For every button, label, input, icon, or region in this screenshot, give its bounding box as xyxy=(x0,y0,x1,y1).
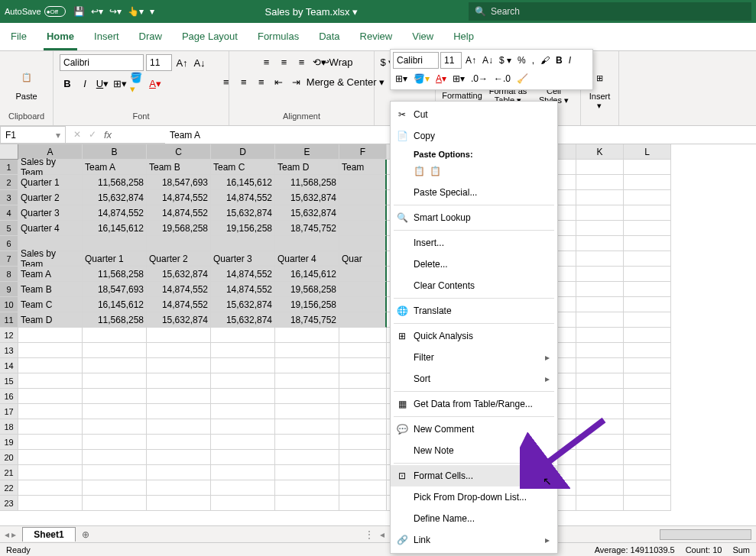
cell[interactable] xyxy=(147,465,211,480)
cell[interactable] xyxy=(339,343,387,358)
cell[interactable] xyxy=(624,465,671,480)
cell[interactable]: Team A xyxy=(83,160,147,175)
mini-fill-color-icon[interactable]: 🪣▾ xyxy=(411,70,432,87)
tab-page-layout[interactable]: Page Layout xyxy=(179,27,241,50)
merge-center-button[interactable]: Merge & Center ▾ xyxy=(307,74,384,89)
align-center-icon[interactable]: ≡ xyxy=(236,74,251,89)
cell[interactable] xyxy=(83,236,147,251)
cell[interactable] xyxy=(624,496,671,511)
row-header[interactable]: 19 xyxy=(0,435,18,450)
tab-insert[interactable]: Insert xyxy=(91,27,122,50)
ctx-pick-list[interactable]: Pick From Drop-down List... xyxy=(391,486,557,508)
cell[interactable] xyxy=(211,496,275,511)
mini-dec-decimal-icon[interactable]: ←.0 xyxy=(492,70,513,87)
cell[interactable] xyxy=(576,251,624,267)
cell[interactable] xyxy=(576,358,624,373)
cell[interactable] xyxy=(18,450,83,465)
cell[interactable]: 15,632,874 xyxy=(211,312,275,328)
cell[interactable]: 19,568,258 xyxy=(275,282,339,297)
autosave-toggle[interactable]: AutoSave ● Off xyxy=(5,6,66,17)
cell[interactable] xyxy=(211,328,275,343)
cell[interactable] xyxy=(624,251,671,267)
cell[interactable] xyxy=(624,205,671,221)
cell[interactable] xyxy=(624,297,671,312)
ctx-define-name[interactable]: Define Name... xyxy=(391,508,557,529)
cell[interactable] xyxy=(275,450,339,465)
mini-borders-icon[interactable]: ⊞▾ xyxy=(393,70,410,87)
cell[interactable]: 14,874,552 xyxy=(147,205,211,221)
cell[interactable] xyxy=(339,450,387,465)
cell[interactable] xyxy=(211,480,275,496)
row-header[interactable]: 17 xyxy=(0,404,18,419)
ctx-quick-analysis[interactable]: ⊞Quick Analysis xyxy=(391,325,557,347)
cell[interactable] xyxy=(211,343,275,358)
align-middle-icon[interactable]: ≡ xyxy=(277,54,292,70)
cell[interactable] xyxy=(83,480,147,496)
cell[interactable] xyxy=(576,480,624,496)
sheet-nav-icon[interactable]: ◂ ▸ xyxy=(5,529,16,540)
cell[interactable] xyxy=(275,328,339,343)
ctx-paste-options[interactable]: 📋 📋 xyxy=(391,160,557,182)
cell[interactable] xyxy=(576,435,624,450)
cell[interactable]: 14,874,552 xyxy=(211,267,275,282)
row-header[interactable]: 14 xyxy=(0,358,18,373)
cell[interactable] xyxy=(275,358,339,373)
align-bottom-icon[interactable]: ≡ xyxy=(294,54,310,70)
cell[interactable]: 14,874,552 xyxy=(211,282,275,297)
cell[interactable] xyxy=(624,160,671,175)
cell[interactable] xyxy=(576,297,624,312)
cell[interactable] xyxy=(576,267,624,282)
cell[interactable]: Quarter 3 xyxy=(211,251,275,267)
cell[interactable] xyxy=(576,373,624,389)
cell[interactable]: Quarter 1 xyxy=(18,175,83,190)
cell[interactable] xyxy=(147,480,211,496)
cell[interactable] xyxy=(147,328,211,343)
cell[interactable]: Team xyxy=(339,160,387,175)
row-header[interactable]: 4 xyxy=(0,205,18,221)
cell[interactable] xyxy=(147,236,211,251)
col-header[interactable]: B xyxy=(83,144,147,160)
cell[interactable]: Quarter 2 xyxy=(18,190,83,205)
col-header[interactable]: K xyxy=(576,144,624,160)
increase-font-icon[interactable]: A↑ xyxy=(174,55,190,70)
ctx-new-comment[interactable]: 💬New Comment xyxy=(391,419,557,440)
align-right-icon[interactable]: ≡ xyxy=(254,74,269,89)
cell[interactable]: Sales by Team xyxy=(18,160,83,175)
cell[interactable] xyxy=(339,221,387,236)
cell[interactable] xyxy=(18,343,83,358)
cell[interactable] xyxy=(339,312,387,328)
cell[interactable] xyxy=(624,221,671,236)
mini-font-color-icon[interactable]: A▾ xyxy=(433,70,449,87)
increase-indent-icon[interactable]: ⇥ xyxy=(289,74,304,89)
cell[interactable] xyxy=(624,358,671,373)
cell[interactable] xyxy=(624,480,671,496)
qat-dropdown-icon[interactable]: ▾ xyxy=(150,6,154,17)
cell[interactable]: Team D xyxy=(18,312,83,328)
cell[interactable] xyxy=(624,328,671,343)
cell[interactable]: 19,156,258 xyxy=(275,297,339,312)
cell[interactable]: 18,547,693 xyxy=(147,175,211,190)
cell[interactable] xyxy=(275,236,339,251)
cell[interactable] xyxy=(624,267,671,282)
cell[interactable] xyxy=(339,297,387,312)
cell[interactable] xyxy=(339,435,387,450)
cell[interactable]: 15,632,874 xyxy=(147,312,211,328)
mini-font-family[interactable] xyxy=(393,52,439,69)
row-header[interactable]: 12 xyxy=(0,328,18,343)
tab-view[interactable]: View xyxy=(409,27,436,50)
cell[interactable] xyxy=(147,419,211,435)
cell[interactable] xyxy=(147,358,211,373)
cell[interactable] xyxy=(83,450,147,465)
cell[interactable] xyxy=(18,389,83,404)
cell[interactable] xyxy=(624,236,671,251)
cell[interactable] xyxy=(18,373,83,389)
cell[interactable]: 16,145,612 xyxy=(83,221,147,236)
cell[interactable] xyxy=(624,404,671,419)
cell[interactable]: Team B xyxy=(18,282,83,297)
cell[interactable]: Quarter 4 xyxy=(18,221,83,236)
paste-button[interactable]: 📋 Paste xyxy=(6,66,47,101)
cell[interactable]: 18,745,752 xyxy=(275,221,339,236)
ctx-new-note[interactable]: New Note xyxy=(391,440,557,461)
undo-icon[interactable]: ↩▾ xyxy=(91,6,103,17)
cell[interactable] xyxy=(339,282,387,297)
